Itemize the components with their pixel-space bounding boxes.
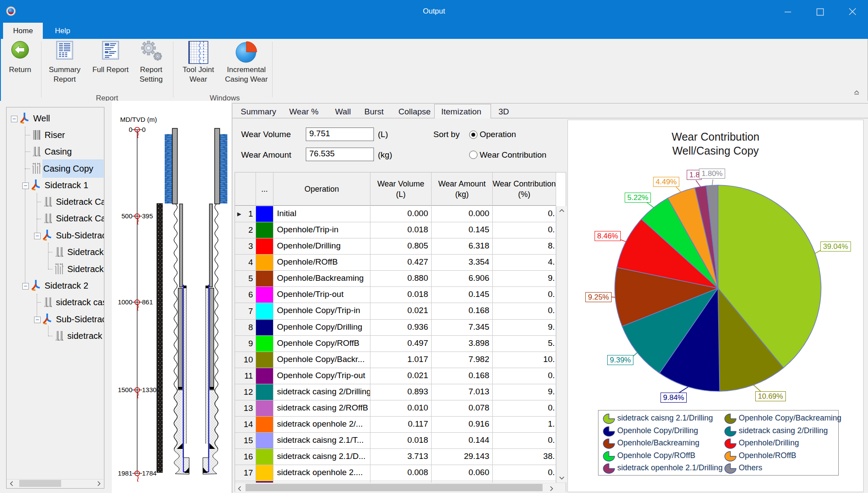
svg-text:1000: 1000 <box>118 298 132 306</box>
svg-text:1500: 1500 <box>118 386 132 393</box>
svg-text:500: 500 <box>121 212 132 220</box>
svg-text:395: 395 <box>142 212 153 220</box>
svg-text:1330: 1330 <box>142 386 156 393</box>
svg-text:0: 0 <box>142 126 145 133</box>
svg-text:0: 0 <box>129 126 132 133</box>
svg-text:861: 861 <box>142 298 153 306</box>
svg-text:1784: 1784 <box>142 469 156 477</box>
svg-text:1981: 1981 <box>118 469 132 477</box>
svg-text:MD/TVD (m): MD/TVD (m) <box>120 116 157 123</box>
